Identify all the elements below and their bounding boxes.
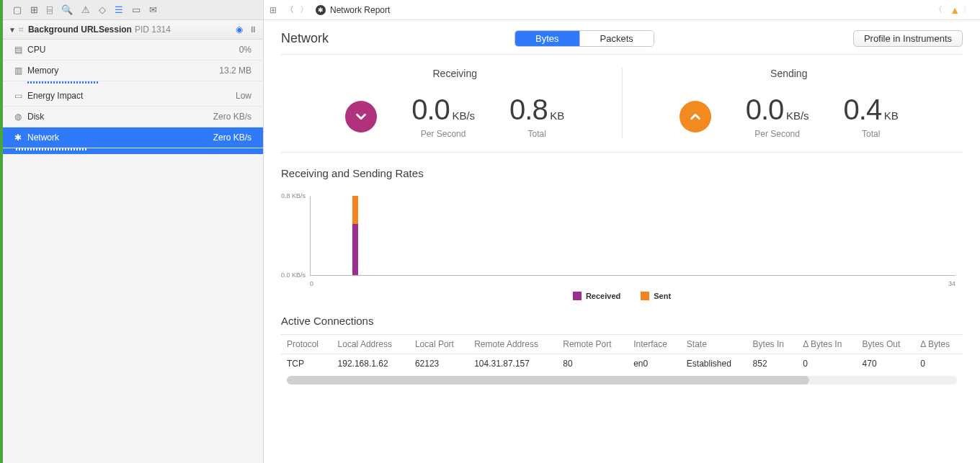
warning-icon[interactable]: ▲ (950, 4, 960, 16)
chart-y-tick-bottom: 0.0 KB/s (281, 271, 306, 279)
related-items-icon[interactable]: ⊞ (270, 5, 277, 15)
memory-sparkline (14, 81, 251, 86)
hierarchy-icon[interactable]: ⌸ (47, 4, 53, 15)
table-header-row: ProtocolLocal AddressLocal PortRemote Ad… (281, 335, 963, 354)
cpu-icon: ▤ (14, 45, 27, 55)
sidebar-item-disk[interactable]: ◍ Disk Zero KB/s (3, 107, 263, 127)
table-row[interactable]: TCP192.168.1.6262123104.31.87.15780en0Es… (281, 354, 963, 374)
disclosure-triangle-icon[interactable]: ▼ (9, 26, 16, 34)
recv-rate-label: Per Second (411, 129, 475, 139)
sidebar-item-value: 13.2 MB (219, 66, 251, 76)
chart-y-tick-top: 0.8 KB/s (281, 192, 306, 199)
table-header-cell[interactable]: Protocol (281, 335, 332, 354)
nav-forward-icon[interactable]: 〉 (297, 4, 311, 16)
chart-bar-received (352, 224, 358, 276)
send-rate-unit: KB/s (786, 109, 809, 122)
app-icon: ⌗ (19, 24, 24, 35)
send-total: 0.4 KB Total (844, 94, 899, 139)
recv-rate-unit: KB/s (452, 109, 475, 122)
network-stats-row: Receiving 0.0 KB/s Per Second 0.8 KB Tot… (281, 55, 963, 153)
report-globe-icon: ✱ (316, 5, 326, 15)
sidebar-item-memory[interactable]: ▥ Memory 13.2 MB (3, 60, 263, 81)
search-icon[interactable]: 🔍 (61, 4, 73, 15)
receiving-stats: Receiving 0.0 KB/s Per Second 0.8 KB Tot… (288, 68, 622, 139)
navigator-toolbar: ▢ ⊞ ⌸ 🔍 ⚠ ◇ ☰ ▭ ✉ (3, 0, 263, 20)
table-header-cell[interactable]: Δ Bytes In (797, 335, 856, 354)
send-total-label: Total (844, 129, 899, 139)
profile-in-instruments-button[interactable]: Profile in Instruments (853, 30, 963, 47)
editor-main: ⊞ 〈 〉 ✱ Network Report 〈 ▲ 〉 Network Byt… (264, 0, 980, 463)
breakpoints-icon[interactable]: ▭ (132, 4, 141, 15)
nav-prev-issue-icon[interactable]: 〈 (931, 4, 945, 16)
bytes-packets-segmented: Bytes Packets (514, 30, 654, 47)
table-header-cell[interactable]: Interface (628, 335, 681, 354)
send-rate-label: Per Second (746, 129, 809, 139)
folder-icon[interactable]: ▢ (13, 4, 22, 15)
tests-icon[interactable]: ◇ (99, 4, 106, 15)
rates-section-title: Receiving and Sending Rates (281, 167, 963, 179)
symbol-icon[interactable]: ⊞ (30, 4, 38, 15)
table-header-cell[interactable]: Local Port (409, 335, 468, 354)
sidebar-item-value: 0% (239, 45, 251, 55)
receiving-heading: Receiving (433, 68, 477, 79)
sidebar-item-value: Low (236, 91, 251, 101)
table-header-cell[interactable]: Remote Address (468, 335, 557, 354)
chart-x-tick-max: 34 (948, 280, 956, 287)
upload-arrow-icon (680, 101, 711, 132)
page-title: Network (281, 31, 329, 46)
connections-section-title: Active Connections (281, 315, 963, 327)
table-header-cell[interactable]: Bytes Out (857, 335, 915, 354)
chart-x-tick-min: 0 (310, 280, 313, 287)
reports-icon[interactable]: ✉ (149, 4, 157, 15)
chart-plot-area (310, 197, 956, 276)
table-cell: 0 (797, 354, 856, 374)
connections-table: ProtocolLocal AddressLocal PortRemote Ad… (281, 334, 963, 385)
memory-icon: ▥ (14, 66, 27, 76)
chart-legend: Received Sent (281, 292, 963, 300)
report-page: Network Bytes Packets Profile in Instrum… (264, 20, 980, 463)
nav-back-icon[interactable]: 〈 (282, 4, 297, 16)
sending-stats: Sending 0.0 KB/s Per Second 0.4 KB Total (622, 68, 956, 139)
table-header-cell[interactable]: Remote Port (557, 335, 628, 354)
sidebar-item-value: Zero KB/s (213, 132, 251, 143)
sidebar-item-label: Disk (27, 112, 213, 122)
network-sparkline (3, 148, 263, 154)
download-arrow-icon (345, 101, 377, 132)
pause-icon[interactable]: ⏸ (249, 24, 257, 35)
rates-chart: 0.8 KB/s 0.0 KB/s 0 34 (310, 186, 956, 287)
table-header-cell[interactable]: State (681, 335, 747, 354)
table-cell: en0 (628, 354, 681, 374)
table-header-cell[interactable]: Bytes In (747, 335, 798, 354)
tab-packets[interactable]: Packets (579, 31, 654, 46)
sidebar-item-energy[interactable]: ▭ Energy Impact Low (3, 86, 263, 107)
jump-bar: ⊞ 〈 〉 ✱ Network Report 〈 ▲ 〉 (264, 0, 980, 20)
sidebar-item-label: CPU (27, 45, 239, 55)
table-cell: 0 (914, 354, 963, 374)
nav-next-issue-icon[interactable]: 〉 (960, 4, 974, 16)
recv-rate-value: 0.0 (411, 94, 450, 125)
table-cell: 62123 (409, 354, 468, 374)
table-header-cell[interactable]: Δ Bytes (914, 335, 963, 354)
tab-bytes[interactable]: Bytes (515, 31, 579, 46)
table-header-cell[interactable]: Local Address (332, 335, 409, 354)
recv-total: 0.8 KB Total (509, 94, 564, 139)
sidebar-item-value: Zero KB/s (213, 112, 251, 122)
legend-sent: Sent (641, 292, 671, 300)
sidebar-item-cpu[interactable]: ▤ CPU 0% (3, 40, 263, 60)
recv-total-unit: KB (550, 109, 564, 122)
sidebar-item-label: Network (27, 132, 213, 143)
legend-received: Received (573, 292, 620, 300)
sidebar-item-label: Memory (27, 66, 219, 76)
debug-navigator-sidebar: ▢ ⊞ ⌸ 🔍 ⚠ ◇ ☰ ▭ ✉ ▼ ⌗ Background URLSess… (3, 0, 264, 463)
process-header[interactable]: ▼ ⌗ Background URLSession PID 1314 ◉ ⏸ (3, 20, 263, 40)
debug-icon[interactable]: ☰ (115, 4, 123, 15)
gauge-icon[interactable]: ◉ (236, 24, 243, 35)
recv-total-value: 0.8 (509, 94, 548, 125)
issues-icon[interactable]: ⚠ (81, 4, 90, 15)
breadcrumb-title[interactable]: Network Report (330, 5, 390, 15)
table-cell: TCP (281, 354, 332, 374)
sending-heading: Sending (770, 68, 807, 79)
sidebar-item-network[interactable]: ✱ Network Zero KB/s (3, 127, 263, 148)
horizontal-scrollbar[interactable] (287, 376, 957, 385)
table-cell: 470 (857, 354, 915, 374)
